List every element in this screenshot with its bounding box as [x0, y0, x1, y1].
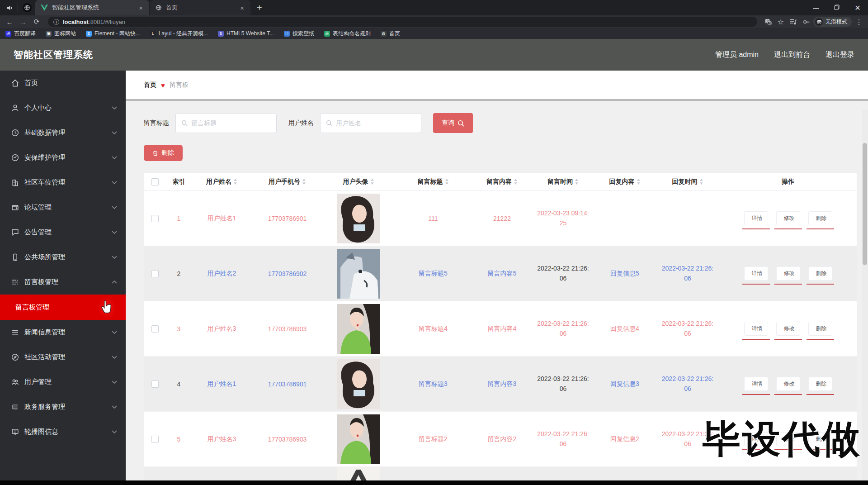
chevron-down-icon [111, 256, 118, 259]
minimize-button[interactable]: — [806, 5, 826, 11]
bookmark-item[interactable]: ◍ 首页 [381, 30, 400, 38]
bookmark-item[interactable]: L Layui - 经典开源模... [150, 30, 208, 38]
compass-icon [11, 353, 19, 361]
cell-avatar [322, 414, 395, 464]
delete-button[interactable]: 删除 [808, 377, 832, 391]
close-button[interactable]: ✕ [847, 4, 868, 12]
user-name-field[interactable] [320, 113, 421, 133]
forward-button[interactable]: → [17, 18, 29, 26]
bookmark-favicon: ▣ [46, 31, 52, 37]
detail-button[interactable]: 详情 [744, 377, 768, 391]
gauge-icon [11, 154, 19, 162]
bulk-delete-button[interactable]: 删除 [144, 145, 183, 161]
sidebar-item-2[interactable]: 基础数据管理 [0, 120, 126, 145]
sidebar-item-1[interactable]: 个人中心 [0, 95, 126, 120]
users-icon [11, 378, 19, 386]
column-header[interactable]: 回复时间 [656, 178, 719, 186]
reading-list-icon[interactable] [788, 19, 799, 25]
sidebar-item-0[interactable]: 首页 [0, 71, 126, 95]
query-button[interactable]: 查询 [433, 113, 473, 133]
edit-button[interactable]: 修改 [776, 266, 800, 281]
message-title-field[interactable] [175, 113, 277, 133]
sidebar-item-9[interactable]: 新闻信息管理 [0, 320, 126, 345]
column-header[interactable]: 留言内容 [472, 178, 533, 186]
row-checkbox[interactable] [151, 380, 159, 388]
detail-button[interactable]: 详情 [744, 322, 768, 336]
sidebar-item-12[interactable]: 政务服务管理 [0, 395, 126, 419]
sidebar-item-4[interactable]: 社区车位管理 [0, 170, 126, 195]
chevron-down-icon [111, 231, 118, 234]
browser-menu-icon[interactable]: ⋮ [854, 18, 864, 26]
table-row-partial [144, 467, 857, 480]
sidebar-item-11[interactable]: 用户管理 [0, 370, 126, 395]
delete-button[interactable]: 删除 [808, 211, 832, 225]
cell-reply-time: 2022-03-22 21:26:06 [656, 374, 719, 394]
edit-button[interactable]: 修改 [776, 211, 800, 225]
delete-button[interactable]: 删除 [808, 322, 832, 336]
sidebar-item-3[interactable]: 安保维护管理 [0, 145, 126, 170]
browser-tab-active[interactable]: 智能社区管理系统 × [35, 0, 149, 15]
logout-link[interactable]: 退出登录 [826, 50, 854, 60]
sidebar-item-8[interactable]: 留言板管理 [0, 270, 126, 295]
watermark-text: 毕设代做 [703, 414, 862, 465]
bookmark-item[interactable]: ▣ 图标网站 [46, 30, 76, 38]
breadcrumb-home[interactable]: 首页 [144, 81, 156, 89]
row-checkbox[interactable] [151, 325, 159, 333]
tab-close-icon[interactable]: × [137, 4, 145, 12]
translate-icon[interactable]: 文G [763, 19, 774, 25]
edit-button[interactable]: 修改 [776, 377, 800, 391]
chevron-down-icon [111, 181, 118, 184]
cell-reply-content: 回复信息3 [594, 380, 656, 388]
bookmark-item[interactable]: l l 搜索壁纸 [284, 30, 314, 38]
bookmark-item[interactable]: E Element - 网站快... [86, 30, 140, 38]
cell-index: 1 [166, 215, 191, 222]
sidebar-item-5[interactable]: 论坛管理 [0, 195, 126, 220]
detail-button[interactable]: 详情 [744, 266, 768, 281]
chevron-down-icon [111, 380, 118, 384]
column-header[interactable]: 用户姓名 [191, 178, 252, 186]
browser-profile-icon[interactable] [23, 3, 32, 12]
column-header[interactable]: 索引 [166, 178, 191, 186]
site-info-icon[interactable]: i [53, 19, 59, 25]
select-all-checkbox[interactable] [151, 178, 159, 185]
column-header[interactable]: 操作 [719, 178, 857, 186]
back-button[interactable]: ← [4, 18, 15, 26]
sidebar-item-13[interactable]: 轮播图信息 [0, 419, 126, 444]
new-tab-button[interactable]: + [257, 3, 262, 12]
bookmark-item[interactable]: 表 表结构命名规则 [324, 30, 371, 38]
address-bar[interactable]: i localhost:8081/#/liuyan [48, 17, 757, 27]
sidebar-item-10[interactable]: 社区活动管理 [0, 345, 126, 370]
sidebar-subitem[interactable]: 留言板管理 [0, 295, 126, 320]
user-name-input[interactable] [336, 119, 418, 127]
edit-button[interactable]: 修改 [776, 322, 800, 336]
user-avatar [337, 359, 380, 409]
row-checkbox[interactable] [151, 215, 159, 222]
chevron-down-icon [111, 156, 118, 159]
column-header[interactable]: 留言标题 [395, 178, 472, 186]
row-checkbox[interactable] [151, 270, 159, 277]
bookmark-item[interactable]: 5 HTML5 Website T... [218, 30, 274, 37]
bookmark-star-icon[interactable]: ☆ [775, 18, 786, 26]
column-header[interactable]: 留言时间 [533, 178, 594, 186]
bookmark-item[interactable]: 译 百度翻译 [5, 30, 36, 38]
page-scrollbar[interactable] [862, 109, 868, 485]
column-header[interactable]: 回复内容 [594, 178, 656, 186]
column-header[interactable]: 用户头像 [322, 178, 395, 186]
column-header[interactable]: 用户手机号 [252, 178, 322, 186]
sort-caret-icon [302, 179, 306, 185]
sidebar-item-7[interactable]: 公共场所管理 [0, 245, 126, 270]
tab-close-icon[interactable]: × [238, 4, 246, 12]
reload-button[interactable]: ⟳ [31, 18, 42, 26]
browser-tab-inactive[interactable]: 首页 × [150, 0, 250, 15]
password-key-icon[interactable] [801, 19, 811, 25]
delete-button[interactable]: 删除 [808, 266, 832, 281]
cell-reply-content: 回复信息5 [594, 270, 656, 278]
news-icon [11, 328, 19, 337]
message-title-input[interactable] [191, 119, 273, 127]
exit-to-front-link[interactable]: 退出到前台 [774, 50, 810, 60]
detail-button[interactable]: 详情 [744, 211, 768, 225]
sidebar-item-6[interactable]: 公告管理 [0, 220, 126, 245]
scrollbar-thumb[interactable] [863, 143, 867, 265]
row-checkbox[interactable] [151, 436, 159, 443]
restore-button[interactable] [826, 5, 847, 11]
